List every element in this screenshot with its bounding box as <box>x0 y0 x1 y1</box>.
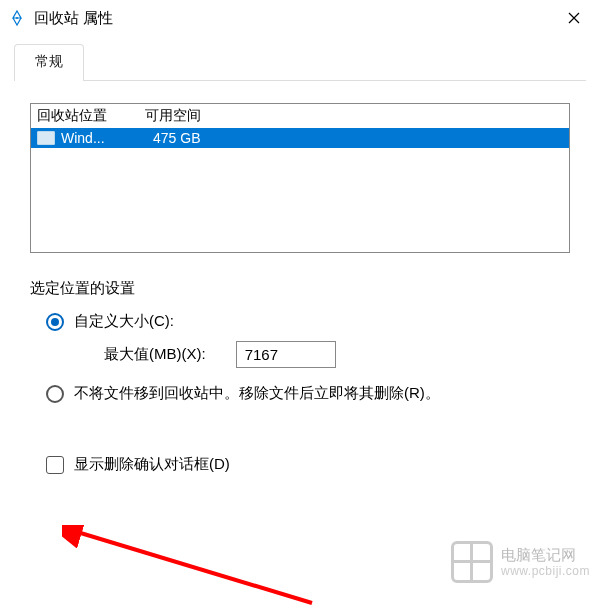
watermark-name: 电脑笔记网 <box>501 546 590 564</box>
header-space: 可用空间 <box>145 107 563 125</box>
annotation-arrow <box>62 525 322 605</box>
checkbox-confirm-label[interactable]: 显示删除确认对话框(D) <box>74 455 230 474</box>
radio-custom-size[interactable] <box>46 313 64 331</box>
tab-strip: 常规 <box>0 44 600 81</box>
svg-line-1 <box>74 531 312 603</box>
checkbox-confirm-delete[interactable] <box>46 456 64 474</box>
svg-point-0 <box>16 17 18 19</box>
group-label: 选定位置的设置 <box>30 279 570 298</box>
radio-row-norecycle: 不将文件移到回收站中。移除文件后立即将其删除(R)。 <box>46 384 570 403</box>
recycle-bin-icon <box>8 9 26 27</box>
content-panel: 回收站位置 可用空间 Wind... 475 GB 选定位置的设置 自定义大小(… <box>14 80 586 490</box>
window-title: 回收站 属性 <box>34 9 556 28</box>
checkbox-row-confirm: 显示删除确认对话框(D) <box>46 455 570 474</box>
radio-row-custom: 自定义大小(C): <box>46 312 570 331</box>
row-space: 475 GB <box>147 130 563 146</box>
max-size-label: 最大值(MB)(X): <box>104 345 206 364</box>
tab-general[interactable]: 常规 <box>14 44 84 81</box>
close-button[interactable] <box>556 4 592 32</box>
watermark: 电脑笔记网 www.pcbiji.com <box>451 541 590 583</box>
watermark-url: www.pcbiji.com <box>501 564 590 578</box>
folder-icon <box>37 131 55 145</box>
radio-no-recycle[interactable] <box>46 385 64 403</box>
location-list[interactable]: 回收站位置 可用空间 Wind... 475 GB <box>30 103 570 253</box>
titlebar: 回收站 属性 <box>0 0 600 36</box>
radio-custom-label[interactable]: 自定义大小(C): <box>74 312 174 331</box>
radio-no-recycle-label[interactable]: 不将文件移到回收站中。移除文件后立即将其删除(R)。 <box>74 384 440 403</box>
row-name: Wind... <box>61 130 147 146</box>
list-row[interactable]: Wind... 475 GB <box>31 128 569 148</box>
list-header: 回收站位置 可用空间 <box>31 104 569 128</box>
max-size-input[interactable] <box>236 341 336 368</box>
max-size-row: 最大值(MB)(X): <box>104 341 570 368</box>
header-location: 回收站位置 <box>37 107 145 125</box>
watermark-logo-icon <box>451 541 493 583</box>
